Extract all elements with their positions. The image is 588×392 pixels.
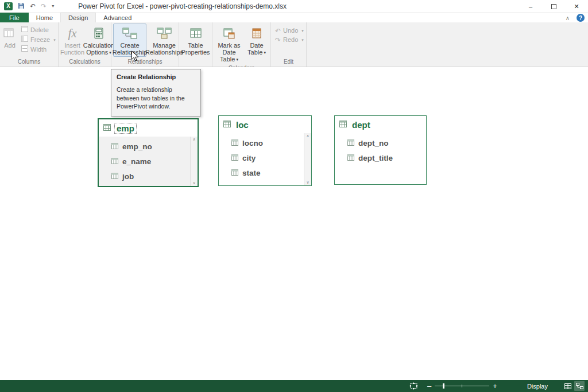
mark-as-date-table-button[interactable]: Mark as Date Table▾: [214, 24, 244, 64]
table-properties-button[interactable]: Table Properties: [181, 24, 211, 57]
freeze-button[interactable]: Freeze ▾: [19, 35, 58, 44]
field-locno[interactable]: locno: [219, 135, 311, 150]
scroll-down-icon[interactable]: ∨: [192, 181, 195, 185]
calculation-options-button[interactable]: Calculation Options▾: [86, 24, 112, 57]
close-button[interactable]: ✕: [565, 0, 588, 13]
zoom-slider-midpoint: [462, 385, 462, 387]
column-icon: [347, 139, 354, 148]
table-group-label: [181, 58, 210, 67]
redo-label: Redo: [283, 36, 298, 44]
table-icon: [339, 119, 347, 130]
undo-label: Undo: [283, 27, 298, 34]
customize-qat-caret-icon[interactable]: ▾: [52, 3, 54, 9]
display-label: Display: [527, 383, 548, 390]
field-label: city: [242, 154, 256, 162]
emp-table-header[interactable]: emp: [99, 119, 198, 137]
ribbon: Add Delete Freeze ▾ Width: [0, 22, 588, 67]
diagram-view-icon[interactable]: [574, 381, 585, 391]
table-icon: [103, 123, 111, 133]
calculations-group-label: Calculations: [60, 58, 109, 67]
loc-table-name[interactable]: loc: [234, 120, 250, 130]
scroll-up-icon[interactable]: ∧: [192, 137, 195, 142]
diagram-table-emp[interactable]: emp emp_no e_name job ∧ ∨: [98, 118, 199, 187]
emp-table-name[interactable]: emp: [114, 123, 137, 134]
field-state[interactable]: state: [219, 165, 311, 180]
field-job[interactable]: job: [99, 169, 198, 184]
redo-button[interactable]: ↷ Redo ▾: [273, 36, 306, 44]
ribbon-group-columns: Add Delete Freeze ▾ Width: [0, 22, 59, 67]
zoom-in-button[interactable]: +: [489, 382, 501, 390]
tooltip-body: Create a relationship between two tables…: [117, 86, 195, 111]
powerpivot-window: X ↶ ↷ ▾ Power Pivot for Excel - power-pi…: [0, 0, 588, 392]
tab-advanced[interactable]: Advanced: [96, 13, 139, 22]
field-label: dept_no: [358, 139, 389, 148]
undo-icon[interactable]: ↶: [30, 3, 36, 10]
minimize-button[interactable]: –: [519, 0, 542, 13]
field-dept-title[interactable]: dept_title: [335, 150, 426, 165]
tab-home[interactable]: Home: [29, 13, 60, 22]
undo-button[interactable]: ↶ Undo ▾: [273, 26, 306, 35]
create-relationship-button[interactable]: Create Relationship: [113, 24, 146, 57]
edit-group-label: Edit: [273, 58, 304, 67]
collapse-ribbon-icon[interactable]: ∧: [566, 15, 570, 21]
field-dept-no[interactable]: dept_no: [335, 135, 426, 150]
save-icon[interactable]: [18, 1, 25, 11]
field-label: emp_no: [122, 142, 152, 151]
date-table-label: Date Table: [247, 42, 264, 56]
help-icon[interactable]: ?: [577, 14, 585, 22]
relationships-group-label: Relationships: [113, 58, 177, 67]
scroll-up-icon[interactable]: ∧: [306, 134, 309, 138]
field-emp-no[interactable]: emp_no: [99, 139, 198, 154]
insert-function-icon: fx: [68, 26, 76, 41]
mark-as-date-table-icon: [223, 26, 235, 41]
edit-redo-icon: ↷: [275, 37, 281, 44]
field-e-name[interactable]: e_name: [99, 154, 198, 169]
field-label: state: [242, 169, 261, 177]
maximize-button[interactable]: [542, 0, 565, 13]
diagram-table-dept[interactable]: dept dept_no dept_title: [334, 115, 427, 185]
zoom-slider[interactable]: [435, 386, 489, 386]
freeze-icon: [21, 36, 28, 44]
delete-button[interactable]: Delete: [19, 25, 58, 34]
undo-caret-icon: ▾: [301, 27, 304, 34]
dept-table-name[interactable]: dept: [350, 120, 372, 130]
diagram-canvas[interactable]: Create Relationship Create a relationshi…: [0, 67, 588, 380]
freeze-caret-icon: ▾: [53, 36, 56, 44]
table-properties-label: Table Properties: [181, 42, 210, 56]
edit-undo-icon: ↶: [275, 28, 281, 34]
titlebar: X ↶ ↷ ▾ Power Pivot for Excel - power-pi…: [0, 0, 588, 13]
width-button[interactable]: Width: [19, 45, 58, 54]
field-label: job: [122, 172, 134, 181]
date-table-icon: [252, 26, 262, 41]
insert-function-label: Insert Function: [60, 42, 84, 56]
loc-table-header[interactable]: loc: [219, 116, 311, 133]
zoom-out-button[interactable]: –: [424, 382, 435, 390]
zoom-slider-thumb[interactable]: [443, 383, 444, 389]
ribbon-group-relationships: Create Relationship Manage Relationships…: [111, 22, 179, 67]
excel-logo-icon: X: [4, 2, 13, 10]
width-label: Width: [30, 46, 47, 53]
emp-scrollbar[interactable]: ∧ ∨: [190, 137, 198, 186]
grid-view-icon[interactable]: [563, 381, 573, 391]
tab-design[interactable]: Design: [60, 13, 96, 22]
diagram-table-loc[interactable]: loc locno city state ∧ ∨: [218, 115, 312, 186]
dept-table-header[interactable]: dept: [335, 116, 426, 133]
view-switcher: [563, 381, 585, 391]
manage-relationships-button[interactable]: Manage Relationships: [148, 24, 181, 57]
field-label: e_name: [122, 157, 151, 166]
column-icon: [111, 172, 118, 181]
date-table-button[interactable]: Date Table▾: [245, 24, 268, 57]
fit-to-screen-icon[interactable]: [409, 382, 418, 390]
tab-file[interactable]: File: [0, 13, 29, 22]
manage-relationships-icon: [157, 26, 172, 41]
width-icon: [21, 45, 28, 53]
field-city[interactable]: city: [219, 150, 311, 165]
redo-icon[interactable]: ↷: [41, 3, 47, 10]
add-column-button[interactable]: Add: [2, 24, 18, 50]
column-icon: [231, 139, 238, 148]
ribbon-group-edit: ↶ Undo ▾ ↷ Redo ▾ Edit: [271, 22, 307, 67]
insert-function-button[interactable]: fx Insert Function: [60, 24, 84, 57]
loc-scrollbar[interactable]: ∧ ∨: [304, 133, 311, 185]
columns-group-label: Columns: [2, 58, 56, 67]
scroll-down-icon[interactable]: ∨: [306, 180, 309, 185]
